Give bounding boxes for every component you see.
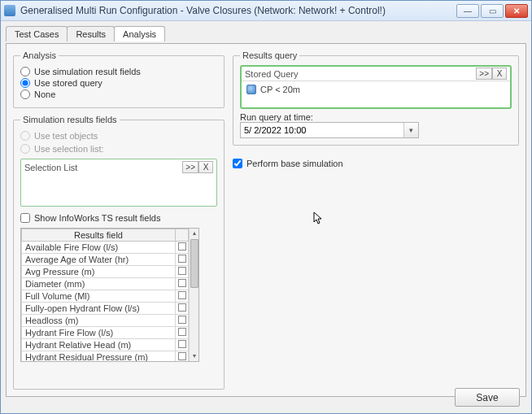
table-row[interactable]: Average Age of Water (hr) (22, 254, 189, 266)
results-field-checkbox[interactable] (178, 340, 186, 348)
app-window: Generalised Multi Run Configuration - Va… (0, 0, 532, 414)
radio-use-selection-list-input (20, 144, 30, 154)
results-field-checkbox[interactable] (178, 316, 186, 324)
results-field-checkbox-cell[interactable] (176, 303, 189, 315)
results-field-checkbox-cell[interactable] (176, 278, 189, 290)
results-field-cell[interactable]: Hydrant Fire Flow (l/s) (22, 327, 176, 339)
results-field-cell[interactable]: Diameter (mm) (22, 278, 176, 290)
save-button[interactable]: Save (455, 388, 520, 407)
show-ts-label: Show InfoWorks TS result fields (34, 213, 161, 223)
analysis-legend: Analysis (20, 50, 59, 60)
results-field-checkbox[interactable] (178, 267, 186, 275)
minimize-button[interactable]: — (456, 4, 479, 18)
stored-query-expand-button[interactable]: >> (476, 68, 492, 80)
results-field-checkbox[interactable] (178, 328, 186, 336)
app-icon (4, 5, 15, 16)
calendar-dropdown-icon: ▾ (409, 126, 413, 134)
results-field-checkbox-cell[interactable] (176, 339, 189, 351)
results-field-checkbox-cell[interactable] (176, 266, 189, 278)
results-field-cell[interactable]: Fully-open Hydrant Flow (l/s) (22, 303, 176, 315)
results-field-checkbox-cell[interactable] (176, 242, 189, 254)
stored-query-box: Stored Query >> X CP < 20m (240, 65, 512, 109)
results-field-checkbox-cell[interactable] (176, 290, 189, 303)
results-field-checkbox[interactable] (178, 242, 186, 251)
analysis-group: Analysis Use simulation result fields Us… (13, 50, 225, 108)
table-row[interactable]: Headloss (m) (22, 315, 189, 327)
run-query-datetime[interactable]: ▾ (240, 122, 419, 138)
titlebar[interactable]: Generalised Multi Run Configuration - Va… (1, 1, 531, 21)
results-field-cell[interactable]: Available Fire Flow (l/s) (22, 242, 176, 254)
table-row[interactable]: Hydrant Fire Flow (l/s) (22, 327, 189, 339)
selection-list-box: Selection List >> X (20, 159, 217, 207)
table-row[interactable]: Hydrant Residual Pressure (m) (22, 351, 189, 362)
results-field-cell[interactable]: Hydrant Residual Pressure (m) (22, 351, 176, 362)
table-row[interactable]: Hydrant Relative Head (m) (22, 339, 189, 351)
radio-none[interactable]: None (20, 89, 217, 99)
radio-use-stored[interactable]: Use stored query (20, 78, 217, 88)
radio-use-test-objects-label: Use test objects (34, 131, 98, 141)
results-field-checkbox[interactable] (178, 303, 186, 312)
tab-results[interactable]: Results (67, 26, 115, 41)
scroll-down-icon[interactable]: ▾ (190, 351, 199, 361)
show-ts-checkbox-row[interactable]: Show InfoWorks TS result fields (20, 213, 217, 223)
stored-query-clear-button[interactable]: X (492, 68, 507, 80)
results-field-cell[interactable]: Full Volume (Ml) (22, 290, 176, 303)
radio-none-input[interactable] (20, 89, 30, 99)
results-field-checkbox-cell[interactable] (176, 315, 189, 327)
table-row[interactable]: Diameter (mm) (22, 278, 189, 290)
selection-list-clear-button[interactable]: X (198, 161, 213, 173)
show-ts-checkbox[interactable] (20, 213, 30, 223)
results-check-header (176, 229, 189, 242)
perform-base-row[interactable]: Perform base simulation (233, 159, 519, 168)
radio-use-test-objects-input (20, 131, 30, 141)
results-field-checkbox-cell[interactable] (176, 327, 189, 339)
tab-panel-analysis: Analysis Use simulation result fields Us… (6, 43, 526, 397)
tab-analysis[interactable]: Analysis (114, 26, 165, 41)
results-field-checkbox[interactable] (178, 352, 186, 360)
table-row[interactable]: Full Volume (Ml) (22, 290, 189, 303)
table-row[interactable]: Fully-open Hydrant Flow (l/s) (22, 303, 189, 315)
results-field-checkbox[interactable] (178, 279, 186, 287)
sim-results-legend: Simulation results fields (20, 115, 120, 124)
results-field-cell[interactable]: Average Age of Water (hr) (22, 254, 176, 266)
radio-use-fields-input[interactable] (20, 67, 30, 76)
radio-use-selection-list-label: Use selection list: (34, 144, 104, 154)
results-field-cell[interactable]: Avg Pressure (m) (22, 266, 176, 278)
results-query-group: Results query Stored Query >> X CP < 20m (233, 50, 519, 146)
datetime-dropdown-button[interactable]: ▾ (403, 123, 418, 137)
window-title: Generalised Multi Run Configuration - Va… (20, 5, 456, 16)
selection-list-expand-button[interactable]: >> (182, 161, 198, 173)
results-field-checkbox-cell[interactable] (176, 254, 189, 266)
query-icon (246, 85, 256, 94)
results-scrollbar[interactable]: ▴ ▾ (189, 229, 198, 361)
selection-list-body (24, 173, 213, 204)
radio-use-stored-input[interactable] (20, 78, 30, 88)
sim-results-group: Simulation results fields Use test objec… (13, 115, 225, 390)
scroll-up-icon[interactable]: ▴ (190, 229, 199, 238)
results-field-header: Results field (22, 229, 176, 242)
close-button[interactable]: ✕ (505, 4, 528, 18)
perform-base-label: Perform base simulation (246, 159, 343, 168)
table-row[interactable]: Avg Pressure (m) (22, 266, 189, 278)
table-row[interactable]: Available Fire Flow (l/s) (22, 242, 189, 254)
radio-use-fields-label: Use simulation result fields (34, 67, 141, 76)
run-query-label: Run query at time: (240, 112, 512, 122)
radio-use-test-objects: Use test objects (20, 131, 217, 141)
maximize-button[interactable]: ▭ (481, 4, 504, 18)
stored-query-value[interactable]: CP < 20m (260, 85, 300, 94)
radio-none-label: None (34, 89, 55, 99)
results-field-cell[interactable]: Headloss (m) (22, 315, 176, 327)
run-query-input[interactable] (241, 124, 403, 137)
radio-use-stored-label: Use stored query (34, 78, 102, 88)
results-field-checkbox[interactable] (178, 255, 186, 263)
tab-test-cases[interactable]: Test Cases (6, 26, 68, 41)
results-field-checkbox-cell[interactable] (176, 351, 189, 362)
scroll-thumb[interactable] (190, 239, 198, 288)
results-field-checkbox[interactable] (178, 291, 186, 299)
radio-use-fields[interactable]: Use simulation result fields (20, 67, 217, 76)
stored-query-label: Stored Query (245, 69, 298, 79)
results-query-legend: Results query (240, 50, 299, 60)
tabstrip: Test Cases Results Analysis (6, 26, 526, 41)
results-field-cell[interactable]: Hydrant Relative Head (m) (22, 339, 176, 351)
perform-base-checkbox[interactable] (233, 159, 242, 168)
